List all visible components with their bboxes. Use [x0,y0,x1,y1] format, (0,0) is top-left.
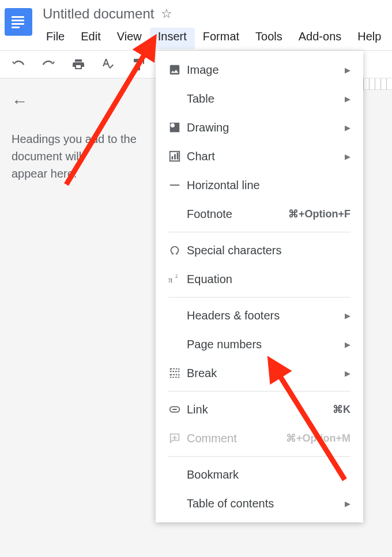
svg-rect-2 [174,154,176,159]
comment-shortcut: ⌘+Option+M [286,432,350,445]
menu-format[interactable]: Format [195,28,247,49]
star-icon[interactable]: ☆ [161,6,172,21]
insert-page-numbers[interactable]: Page numbers ▶ [156,330,363,359]
menu-separator [168,391,350,392]
insert-drawing-label: Drawing [187,121,340,134]
insert-footnote-label: Footnote [187,208,288,221]
outline-hint-line2: appear here. [12,167,77,180]
outline-hint-line1: Headings you add to the document will [12,133,137,163]
chart-icon [168,150,187,163]
chevron-right-icon: ▶ [345,369,350,378]
footnote-shortcut: ⌘+Option+F [288,208,350,220]
insert-table-label: Table [187,92,340,106]
document-title[interactable]: Untitled document [43,6,154,22]
insert-drawing[interactable]: Drawing ▶ [156,113,363,142]
omega-icon [168,244,187,257]
chevron-right-icon: ▶ [345,152,350,161]
insert-horizontal-line-label: Horizontal line [187,179,350,192]
insert-special-characters-label: Special characters [187,244,350,257]
menu-tools[interactable]: Tools [247,28,291,49]
link-icon [168,403,187,416]
undo-button[interactable] [12,58,25,71]
header: Untitled document ☆ File Edit View Inser… [0,0,392,51]
insert-image-label: Image [187,63,340,77]
insert-chart-label: Chart [187,150,340,163]
equation-icon: π2 [168,273,187,285]
insert-page-numbers-label: Page numbers [187,338,340,351]
insert-table-of-contents[interactable]: Table of contents ▶ [156,489,363,518]
insert-break[interactable]: Break ▶ [156,359,363,387]
insert-menu-dropdown: Image ▶ Table ▶ Drawing ▶ Chart ▶ Horizo… [156,51,363,522]
insert-table-of-contents-label: Table of contents [187,497,340,510]
menu-addons[interactable]: Add-ons [291,28,350,49]
paint-roller-icon [131,58,145,71]
svg-text:π: π [168,275,173,284]
print-icon [71,58,85,71]
chevron-right-icon: ▶ [345,123,350,132]
svg-rect-4 [170,185,180,186]
paint-format-button[interactable] [131,58,145,71]
menubar: File Edit View Insert Format Tools Add-o… [43,28,392,49]
undo-icon [12,58,25,71]
redo-icon [42,58,55,71]
link-shortcut: ⌘K [333,403,350,416]
chevron-right-icon: ▶ [345,66,350,74]
insert-special-characters[interactable]: Special characters [156,236,363,265]
insert-equation-label: Equation [187,273,350,286]
ruler [363,78,392,90]
insert-link[interactable]: Link ⌘K [156,395,363,424]
chevron-right-icon: ▶ [345,311,350,320]
horizontal-line-icon [168,179,187,191]
menu-insert[interactable]: Insert [150,28,195,49]
insert-image[interactable]: Image ▶ [156,55,363,84]
insert-link-label: Link [187,403,333,416]
insert-bookmark-label: Bookmark [187,468,350,481]
image-icon [168,63,187,76]
back-arrow-icon[interactable]: ← [12,92,28,111]
svg-text:2: 2 [175,274,178,279]
comment-icon [168,432,187,445]
insert-comment: Comment ⌘+Option+M [156,424,363,453]
insert-equation[interactable]: π2 Equation [156,265,363,293]
menu-help[interactable]: Help [349,28,389,49]
menu-edit[interactable]: Edit [73,28,108,49]
insert-table[interactable]: Table ▶ [156,84,363,113]
chevron-right-icon: ▶ [345,499,350,508]
insert-chart[interactable]: Chart ▶ [156,142,363,171]
insert-break-label: Break [187,367,340,380]
insert-comment-label: Comment [187,432,286,445]
svg-point-0 [171,123,175,127]
svg-rect-1 [172,156,174,160]
spellcheck-icon [101,58,115,71]
drawing-icon [168,121,187,134]
insert-headers-footers-label: Headers & footers [187,309,340,322]
menu-file[interactable]: File [43,28,73,49]
chevron-right-icon: ▶ [345,340,350,349]
chevron-right-icon: ▶ [345,95,350,103]
insert-headers-footers[interactable]: Headers & footers ▶ [156,301,363,330]
menu-view[interactable]: View [109,28,150,49]
outline-hint: Headings you add to the document will ap… [12,130,144,182]
menu-separator [168,297,350,298]
menu-separator [168,232,350,232]
print-button[interactable] [71,58,85,71]
insert-footnote[interactable]: Footnote ⌘+Option+F [156,200,363,228]
insert-horizontal-line[interactable]: Horizontal line [156,171,363,200]
spellcheck-button[interactable] [101,58,115,71]
insert-bookmark[interactable]: Bookmark [156,460,363,489]
menu-separator [168,456,350,457]
break-icon [168,367,187,379]
redo-button[interactable] [42,58,55,71]
svg-rect-3 [177,153,179,160]
docs-app-icon[interactable] [5,8,32,36]
